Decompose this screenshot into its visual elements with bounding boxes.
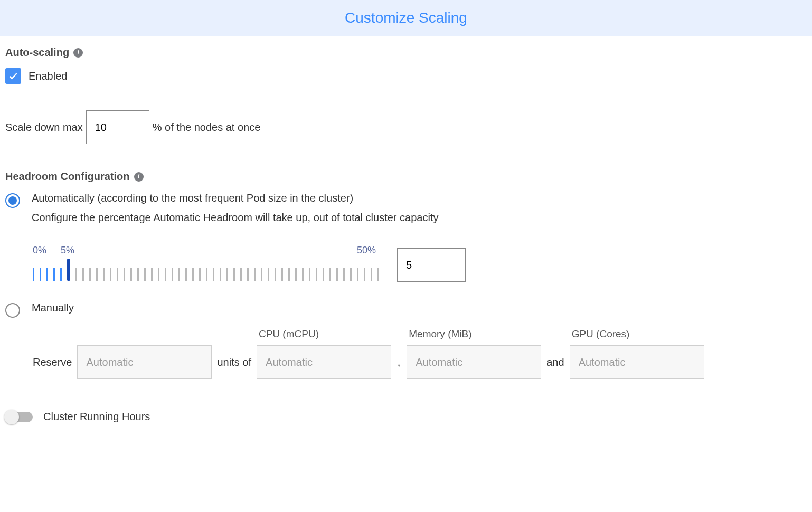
slider-tick	[103, 268, 105, 281]
slider-tick	[233, 268, 235, 281]
slider-tick	[329, 268, 331, 281]
slider-tick	[343, 268, 345, 281]
slider-tick	[151, 268, 153, 281]
cluster-hours-label: Cluster Running Hours	[43, 411, 150, 423]
slider-tick	[316, 268, 317, 281]
slider-tick	[323, 268, 324, 281]
slider-tick	[371, 268, 372, 281]
slider-tick	[144, 268, 146, 281]
slider-tick	[185, 268, 187, 281]
slider-tick	[336, 268, 338, 281]
cluster-hours-toggle[interactable]	[5, 412, 33, 422]
slider-tick	[268, 268, 269, 281]
slider-tick	[206, 268, 207, 281]
manual-option-block: Manually Reserve units of CPU (mCPU)	[5, 302, 807, 379]
page-header: Customize Scaling	[0, 0, 812, 36]
page-title: Customize Scaling	[345, 10, 467, 26]
headroom-slider[interactable]	[33, 262, 384, 281]
slider-container: 0% 5% 50%	[33, 245, 807, 281]
slider-tick	[82, 268, 84, 281]
slider-tick	[75, 268, 77, 281]
slider-tick	[178, 268, 180, 281]
slider-tick	[295, 268, 297, 281]
slider-tick	[240, 268, 242, 281]
slider-tick	[89, 268, 91, 281]
info-icon[interactable]: i	[73, 48, 83, 58]
slider-tick	[254, 268, 256, 281]
slider-tick	[192, 268, 194, 281]
scale-down-suffix: % of the nodes at once	[153, 121, 261, 134]
slider-tick	[46, 268, 48, 281]
slider-tick	[309, 268, 310, 281]
gpu-input[interactable]	[570, 345, 704, 379]
slider-tick	[364, 268, 365, 281]
slider-tick	[158, 268, 159, 281]
slider-tick	[220, 268, 221, 281]
cpu-label: CPU (mCPU)	[259, 328, 391, 341]
slider-tick	[213, 268, 214, 281]
comma-text: ,	[398, 345, 401, 379]
content-area: Auto-scaling i Enabled Scale down max % …	[0, 36, 812, 444]
memory-label: Memory (MiB)	[409, 328, 541, 341]
cluster-hours-row: Cluster Running Hours	[5, 411, 807, 423]
slider-tick	[302, 268, 304, 281]
manual-radio-label: Manually	[32, 302, 74, 314]
slider-labels: 0% 5% 50%	[33, 245, 376, 258]
slider-max-label: 50%	[357, 245, 376, 256]
auto-radio-desc: Configure the percentage Automatic Headr…	[32, 212, 438, 224]
slider-tick	[377, 268, 379, 281]
cpu-input[interactable]	[257, 345, 391, 379]
gpu-label: GPU (Cores)	[572, 328, 704, 341]
slider-tick	[124, 268, 125, 281]
slider-tick	[130, 268, 132, 281]
slider-tick	[53, 268, 55, 281]
slider-tick	[165, 268, 166, 281]
slider-tick	[60, 268, 62, 281]
scale-down-prefix: Scale down max	[5, 121, 83, 134]
check-icon	[8, 71, 18, 81]
slider-tick	[40, 268, 41, 281]
headroom-percent-input[interactable]	[397, 248, 466, 282]
slider-tick	[247, 268, 249, 281]
slider-tick	[226, 268, 228, 281]
enabled-label: Enabled	[29, 70, 67, 82]
slider-tick	[33, 268, 34, 281]
slider-tick	[350, 268, 352, 281]
manual-radio[interactable]	[5, 303, 20, 318]
reserve-text: Reserve	[33, 345, 72, 379]
slider-wrap: 0% 5% 50%	[33, 245, 384, 281]
enabled-row: Enabled	[5, 68, 807, 84]
toggle-knob	[4, 410, 19, 424]
and-text: and	[546, 345, 564, 379]
headroom-label: Headroom Configuration	[5, 170, 130, 183]
auto-scaling-label: Auto-scaling	[5, 46, 69, 59]
manual-radio-row: Manually	[5, 302, 807, 318]
slider-tick	[275, 268, 276, 281]
scale-down-row: Scale down max % of the nodes at once	[5, 110, 807, 144]
auto-radio-row: Automatically (according to the most fre…	[5, 192, 807, 224]
info-icon[interactable]: i	[134, 172, 144, 182]
enabled-checkbox[interactable]	[5, 68, 21, 84]
slider-tick	[110, 268, 111, 281]
slider-tick	[288, 268, 290, 281]
auto-radio[interactable]	[5, 193, 20, 208]
slider-tick	[261, 268, 262, 281]
manual-inputs-row: Reserve units of CPU (mCPU) , Memory (Mi…	[33, 328, 807, 379]
auto-option-block: Automatically (according to the most fre…	[5, 192, 807, 281]
auto-radio-content: Automatically (according to the most fre…	[32, 192, 438, 224]
reserve-units-input[interactable]	[77, 345, 212, 379]
memory-input[interactable]	[407, 345, 541, 379]
slider-tick	[67, 259, 70, 281]
slider-min-label: 0%	[33, 245, 46, 256]
scale-down-input[interactable]	[86, 110, 149, 144]
units-of-text: units of	[217, 345, 251, 379]
auto-scaling-title: Auto-scaling i	[5, 46, 807, 59]
slider-val-label: 5%	[61, 245, 74, 256]
slider-tick	[357, 268, 358, 281]
auto-radio-label: Automatically (according to the most fre…	[32, 192, 438, 204]
slider-tick	[172, 268, 173, 281]
slider-tick	[117, 268, 118, 281]
headroom-title: Headroom Configuration i	[5, 170, 807, 183]
slider-tick	[137, 268, 139, 281]
slider-tick	[199, 268, 201, 281]
